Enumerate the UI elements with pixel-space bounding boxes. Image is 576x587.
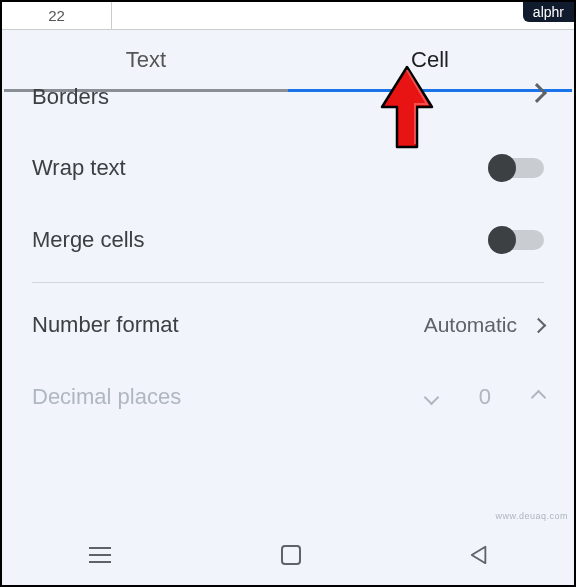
number-format-value: Automatic	[424, 313, 517, 337]
merge-cells-toggle[interactable]	[490, 230, 544, 250]
cell-reference: 22	[2, 2, 112, 29]
format-panel: Text Cell Borders Wrap text Merge cells	[4, 30, 572, 583]
row-merge-cells: Merge cells	[32, 204, 544, 276]
formula-bar[interactable]	[112, 2, 574, 29]
row-number-format[interactable]: Number format Automatic	[32, 289, 544, 361]
recent-apps-button[interactable]	[87, 542, 113, 568]
chevron-down-icon[interactable]	[423, 389, 439, 405]
watermark: www.deuaq.com	[495, 511, 568, 521]
row-decimal-places: Decimal places 0	[32, 361, 544, 433]
square-icon	[281, 545, 301, 565]
wrap-text-label: Wrap text	[32, 155, 126, 181]
row-wrap-text: Wrap text	[32, 132, 544, 204]
chevron-right-icon	[531, 317, 547, 333]
divider	[32, 282, 544, 283]
toggle-knob-icon	[488, 226, 516, 254]
alphr-badge: alphr	[523, 2, 574, 22]
tab-cell[interactable]: Cell	[288, 30, 572, 92]
merge-cells-label: Merge cells	[32, 227, 144, 253]
menu-icon	[89, 547, 111, 563]
wrap-text-toggle[interactable]	[490, 158, 544, 178]
triangle-back-icon	[469, 544, 489, 566]
spreadsheet-header: 22	[2, 2, 574, 30]
back-button[interactable]	[469, 545, 489, 565]
chevron-up-icon[interactable]	[531, 389, 547, 405]
tab-bar: Text Cell	[4, 30, 572, 92]
row-borders[interactable]: Borders	[32, 92, 544, 132]
decimal-places-label: Decimal places	[32, 384, 181, 410]
home-button[interactable]	[278, 542, 304, 568]
android-nav-bar	[4, 525, 572, 583]
tab-text[interactable]: Text	[4, 30, 288, 92]
number-format-label: Number format	[32, 312, 179, 338]
decimal-places-value: 0	[479, 384, 491, 410]
toggle-knob-icon	[488, 154, 516, 182]
borders-label: Borders	[32, 84, 109, 110]
